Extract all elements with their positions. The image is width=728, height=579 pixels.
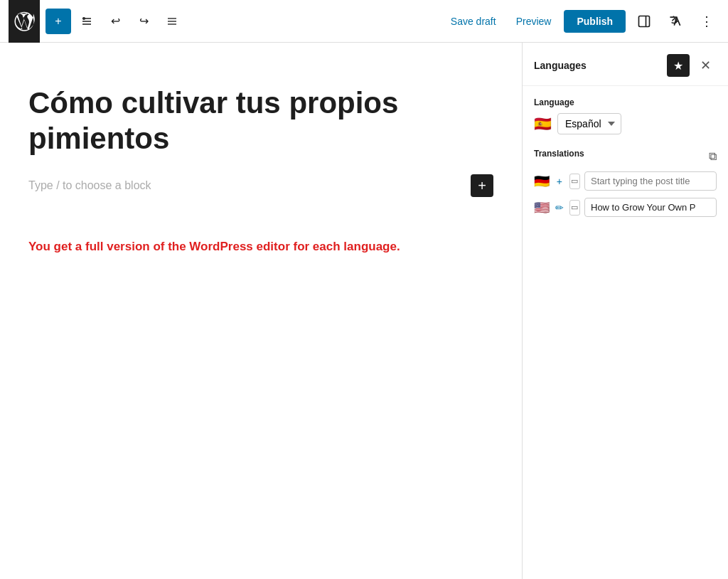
more-options-button[interactable]: ⋮ xyxy=(694,9,719,34)
svg-rect-4 xyxy=(639,16,650,26)
language-field-label: Language xyxy=(534,97,717,107)
translation-row-de: 🇩🇪 + ▭ xyxy=(534,171,717,191)
list-view-button[interactable] xyxy=(159,9,185,34)
add-block-inline-button[interactable]: + xyxy=(471,174,493,197)
promo-text: You get a full version of the WordPress … xyxy=(28,240,493,254)
en-input-icon-button[interactable]: ▭ xyxy=(569,200,580,216)
editor-content: Cómo cultivar tus propios pimientos Type… xyxy=(0,43,522,282)
main-toolbar: + ↩ ↪ Save draft Preview Publish ⋮ xyxy=(0,0,728,43)
toolbar-left-actions: + ↩ ↪ xyxy=(46,9,185,34)
panel-title: Languages xyxy=(534,60,587,71)
publish-button[interactable]: Publish xyxy=(564,10,626,33)
add-block-toolbar-button[interactable]: + xyxy=(46,9,71,34)
language-select-row: 🇪🇸 Español English Deutsch Français xyxy=(534,113,717,134)
translations-header: Translations ⧉ xyxy=(534,149,717,164)
de-translation-title-input[interactable] xyxy=(584,171,717,191)
redo-button[interactable]: ↪ xyxy=(131,9,156,34)
languages-panel: Languages ★ ✕ Language 🇪🇸 Español Englis… xyxy=(522,43,728,579)
undo-button[interactable]: ↩ xyxy=(102,9,128,34)
translate-button[interactable] xyxy=(663,9,688,34)
copy-translations-icon[interactable]: ⧉ xyxy=(709,150,717,163)
wp-logo-button[interactable] xyxy=(9,0,40,43)
en-edit-translation-button[interactable]: ✏ xyxy=(554,199,565,216)
post-title[interactable]: Cómo cultivar tus propios pimientos xyxy=(28,85,493,157)
de-add-translation-button[interactable]: + xyxy=(554,173,565,190)
panel-body: Language 🇪🇸 Español English Deutsch Fran… xyxy=(523,86,728,235)
editor-area: Cómo cultivar tus propios pimientos Type… xyxy=(0,43,522,579)
language-select[interactable]: Español English Deutsch Français xyxy=(557,113,621,134)
toolbar-right-actions: Save draft Preview Publish ⋮ xyxy=(444,9,719,34)
close-panel-button[interactable]: ✕ xyxy=(694,54,717,77)
block-placeholder-text: Type / to choose a block xyxy=(28,179,151,192)
de-flag: 🇩🇪 xyxy=(534,174,550,189)
preview-button[interactable]: Preview xyxy=(509,11,559,31)
pin-panel-button[interactable]: ★ xyxy=(667,54,690,77)
panel-header-actions: ★ ✕ xyxy=(667,54,717,77)
selected-language-flag: 🇪🇸 xyxy=(534,115,552,132)
de-input-icon-button[interactable]: ▭ xyxy=(569,174,580,189)
en-flag: 🇺🇸 xyxy=(534,200,550,216)
tools-button[interactable] xyxy=(74,9,100,34)
panel-header: Languages ★ ✕ xyxy=(523,43,728,86)
translations-field-label: Translations xyxy=(534,149,584,159)
translation-row-en: 🇺🇸 ✏ ▭ xyxy=(534,198,717,217)
save-draft-button[interactable]: Save draft xyxy=(444,11,503,31)
en-translation-title-input[interactable] xyxy=(584,198,717,217)
main-layout: Cómo cultivar tus propios pimientos Type… xyxy=(0,43,728,579)
toggle-sidebar-button[interactable] xyxy=(631,9,657,34)
block-placeholder-row: Type / to choose a block + xyxy=(28,174,493,197)
